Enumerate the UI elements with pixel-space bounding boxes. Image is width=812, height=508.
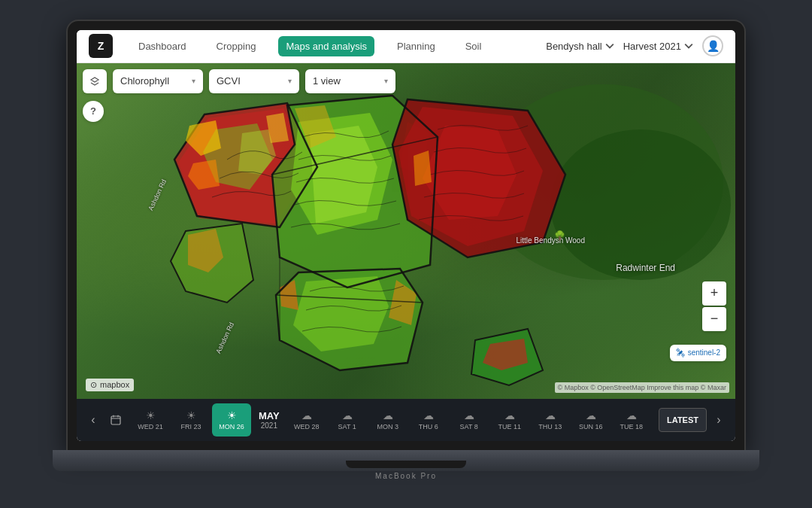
user-avatar[interactable]: 👤 (702, 35, 723, 56)
nav-planning[interactable]: Planning (389, 36, 443, 56)
cloud-icon: ☁ (301, 409, 312, 421)
timeline-thu13[interactable]: ☁ THU 13 (531, 403, 570, 437)
little-bendysh-wood-label: Little Bendysh Wood (516, 236, 585, 245)
timeline-next-button[interactable]: › (708, 409, 729, 430)
nav-cropping[interactable]: Cropping (209, 36, 264, 56)
layer-toggle-button[interactable] (83, 69, 107, 93)
laptop-notch (346, 461, 466, 468)
cloud-icon: ☁ (504, 409, 515, 421)
chevron-down-icon: ▾ (288, 77, 292, 85)
timeline-sat8[interactable]: ☁ SAT 8 (450, 403, 489, 437)
calendar-button[interactable] (105, 409, 126, 430)
chevron-down-icon: ▾ (192, 77, 195, 85)
cloud-icon: ☁ (342, 409, 353, 421)
map-visualization (77, 63, 735, 399)
svg-marker-35 (414, 151, 432, 186)
chlorophyll-dropdown[interactable]: Chlorophyll ▾ (113, 69, 203, 93)
map-attribution: © Mapbox © OpenStreetMap Improve this ma… (555, 382, 729, 393)
laptop-base (53, 450, 759, 471)
help-button[interactable]: ? (83, 101, 104, 122)
zoom-controls: + − (702, 281, 726, 331)
cloud-icon: ☁ (545, 409, 556, 421)
farm-selector[interactable]: Bendysh hall (546, 41, 614, 52)
cloud-icon: ☁ (626, 409, 637, 421)
svg-point-2 (550, 129, 731, 280)
map-toolbar: Chlorophyll ▾ GCVI ▾ 1 view ▾ (83, 69, 395, 93)
timeline-bar: ‹ ☀ WED 21 ☀ FRI 23 ☀ MON 26 (77, 399, 735, 441)
zoom-out-button[interactable]: − (702, 307, 726, 331)
cloud-icon: ☁ (423, 409, 434, 421)
latest-button[interactable]: LATEST (659, 408, 707, 432)
zoom-in-button[interactable]: + (702, 281, 726, 306)
timeline-mon3[interactable]: ☁ MON 3 (368, 403, 408, 437)
macbook-label: MacBook Pro (375, 472, 437, 480)
tree-icon: 🌳 (554, 230, 565, 241)
timeline-month-label: MAY 2021 (253, 410, 286, 430)
nav-items: Dashboard Cropping Maps and analysis Pla… (131, 36, 528, 56)
radwinter-end-label: Radwinter End (616, 263, 675, 273)
svg-rect-37 (111, 416, 120, 424)
gcvi-dropdown[interactable]: GCVI ▾ (209, 69, 299, 93)
chevron-down-icon (684, 41, 693, 50)
harvest-selector[interactable]: Harvest 2021 (623, 41, 693, 52)
sun-icon: ☀ (186, 409, 196, 421)
timeline-sun16[interactable]: ☁ SUN 16 (571, 403, 611, 437)
nav-right: Bendysh hall Harvest 2021 👤 (546, 35, 723, 56)
mapbox-logo: ⊙ mapbox (86, 379, 134, 391)
timeline-tue11[interactable]: ☁ TUE 11 (490, 403, 529, 437)
app-logo: Z (89, 34, 113, 58)
sun-icon: ☀ (146, 409, 156, 421)
map-area: Chlorophyll ▾ GCVI ▾ 1 view ▾ ? Ashdon R (77, 63, 735, 399)
timeline-sat1[interactable]: ☁ SAT 1 (328, 403, 367, 437)
navigation-bar: Z Dashboard Cropping Maps and analysis P… (77, 30, 735, 63)
cloud-icon: ☁ (464, 409, 474, 421)
timeline-prev-button[interactable]: ‹ (83, 409, 104, 430)
cloud-icon: ☁ (586, 409, 596, 421)
timeline-tue18[interactable]: ☁ TUE 18 (612, 403, 651, 437)
sentinel-badge: 🛰 sentinel-2 (670, 345, 726, 361)
sun-icon: ☀ (227, 409, 237, 421)
timeline-fri23[interactable]: ☀ FRI 23 (171, 403, 211, 437)
view-dropdown[interactable]: 1 view ▾ (305, 69, 395, 93)
chevron-down-icon (605, 41, 614, 50)
nav-soil[interactable]: Soil (458, 36, 489, 56)
timeline-mon26[interactable]: ☀ MON 26 (212, 403, 251, 437)
nav-maps-analysis[interactable]: Maps and analysis (278, 36, 374, 56)
timeline-wed28[interactable]: ☁ WED 28 (287, 403, 326, 437)
cloud-icon: ☁ (383, 409, 393, 421)
timeline-thu6[interactable]: ☁ THU 6 (409, 403, 448, 437)
chevron-down-icon: ▾ (384, 77, 388, 85)
nav-dashboard[interactable]: Dashboard (131, 36, 194, 56)
timeline-wed21[interactable]: ☀ WED 21 (131, 403, 170, 437)
